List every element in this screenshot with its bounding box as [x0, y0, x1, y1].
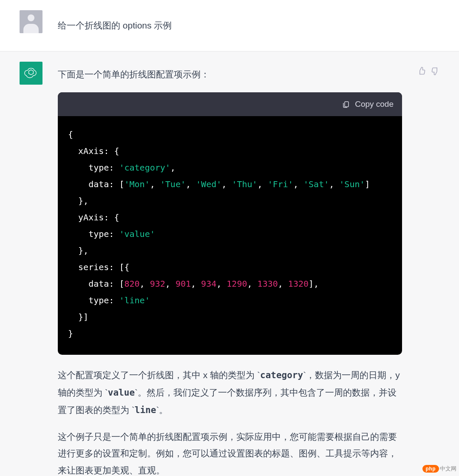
code-token: 'Sat' [303, 179, 329, 189]
svg-rect-0 [345, 102, 348, 107]
code-token: 'Thu' [232, 179, 257, 189]
code-token: type [68, 162, 109, 173]
watermark: php 中文网 [422, 465, 457, 473]
code-token: 'Sun' [339, 179, 365, 189]
code-token: type [68, 229, 109, 239]
assistant-turn: 下面是一个简单的折线图配置项示例： Copy code { xAxis: { t… [0, 51, 459, 476]
code-token: 820 [124, 279, 139, 289]
code-token: }, [68, 196, 88, 206]
thumbs-up-button[interactable] [417, 67, 426, 476]
inline-code: line [135, 405, 156, 415]
code-token: : [{ [109, 262, 129, 272]
openai-icon [24, 66, 38, 80]
code-token: , [191, 279, 201, 289]
assistant-desc-2: 这个例子只是一个简单的折线图配置项示例，实际应用中，您可能需要根据自己的需要进行… [58, 428, 402, 476]
code-token: , [221, 179, 232, 189]
code-token: 901 [176, 279, 191, 289]
code-block: Copy code { xAxis: { type: 'category', d… [58, 92, 402, 355]
inline-code: value [108, 388, 135, 398]
code-token: : { [104, 212, 119, 222]
code-token: }] [68, 312, 88, 322]
code-token: , [278, 279, 288, 289]
code-token: xAxis [68, 146, 104, 156]
user-avatar [20, 10, 42, 33]
code-token: : [ [109, 179, 124, 189]
code-token: 'Mon' [124, 179, 150, 189]
code-token: , [186, 179, 196, 189]
code-token: data [68, 179, 109, 189]
code-token: 1290 [227, 279, 247, 289]
code-token: 'value' [119, 229, 155, 239]
code-token: } [68, 328, 73, 339]
copy-code-label: Copy code [355, 97, 394, 112]
assistant-message: 下面是一个简单的折线图配置项示例： Copy code { xAxis: { t… [58, 62, 402, 476]
code-token: , [293, 179, 303, 189]
assistant-intro: 下面是一个简单的折线图配置项示例： [58, 66, 402, 83]
code-header: Copy code [58, 92, 402, 116]
code-token: : [109, 295, 119, 305]
code-token: , [150, 179, 160, 189]
code-token: , [329, 179, 339, 189]
code-token: 'Fri' [268, 179, 293, 189]
code-token: ] [365, 179, 370, 189]
user-text: 给一个折线图的 options 示例 [58, 17, 439, 34]
code-token: 'line' [119, 295, 150, 305]
code-token: : [ [109, 279, 124, 289]
code-token: 932 [150, 279, 165, 289]
inline-code: category [260, 370, 303, 380]
code-token: , [216, 279, 227, 289]
feedback-buttons [417, 62, 439, 476]
code-token: 934 [201, 279, 216, 289]
code-token: type [68, 295, 109, 305]
code-token: 1320 [288, 279, 309, 289]
code-token: , [170, 162, 176, 173]
code-token: data [68, 279, 109, 289]
assistant-desc-1: 这个配置项定义了一个折线图，其中 x 轴的类型为 `category`，数据为一… [58, 367, 402, 419]
user-turn: 给一个折线图的 options 示例 [0, 0, 459, 51]
watermark-badge: php [422, 465, 439, 473]
code-token: , [140, 279, 150, 289]
code-token: 'Wed' [196, 179, 221, 189]
copy-code-button[interactable]: Copy code [342, 97, 394, 112]
code-token: , [247, 279, 258, 289]
clipboard-icon [342, 100, 350, 108]
code-token: , [165, 279, 176, 289]
code-token: : { [104, 146, 119, 156]
code-body[interactable]: { xAxis: { type: 'category', data: ['Mon… [58, 116, 402, 355]
code-token: , [258, 179, 268, 189]
code-token: ], [309, 279, 319, 289]
watermark-text: 中文网 [440, 465, 456, 473]
user-message: 给一个折线图的 options 示例 [58, 10, 439, 43]
assistant-avatar [20, 62, 42, 85]
thumbs-down-icon [431, 67, 439, 75]
code-token: }, [68, 245, 88, 256]
code-token: 'Tue' [160, 179, 186, 189]
code-token: 1330 [258, 279, 278, 289]
thumbs-down-button[interactable] [431, 67, 439, 476]
thumbs-up-icon [417, 67, 426, 75]
code-token: yAxis [68, 212, 104, 222]
code-token: { [68, 129, 73, 140]
code-token: series [68, 262, 109, 272]
code-token: 'category' [119, 162, 170, 173]
code-token: : [109, 162, 119, 173]
code-token: : [109, 229, 119, 239]
